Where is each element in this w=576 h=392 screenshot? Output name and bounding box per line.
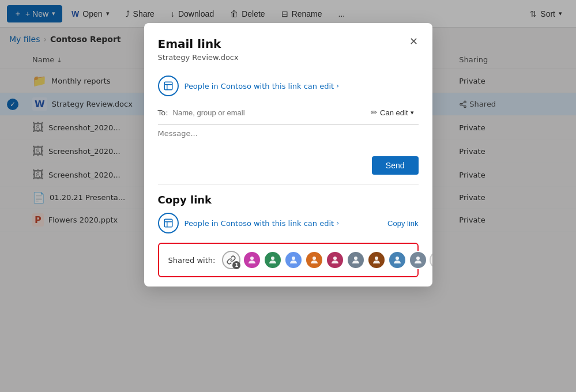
shared-with-bar: Shared with: 1 [158, 243, 419, 277]
copy-scope-label: People in Contoso with this link can edi… [185, 219, 334, 228]
avatar [388, 251, 406, 269]
to-input[interactable] [173, 108, 367, 117]
svg-point-15 [416, 257, 420, 260]
avatar [243, 251, 261, 269]
svg-rect-5 [164, 82, 172, 90]
pencil-icon: ✏ [371, 108, 378, 117]
chevron-right-icon: › [336, 219, 339, 227]
avatar [263, 251, 282, 269]
avatar-list: 1 [222, 251, 432, 269]
link-scope-icon [158, 76, 179, 96]
link-badge: 1 [232, 261, 240, 269]
shared-with-label: Shared with: [168, 256, 216, 265]
more-avatars-button[interactable]: ··· [430, 251, 432, 269]
email-form: To: ✏ Can edit ▾ Send [144, 105, 432, 184]
to-label: To: [158, 108, 168, 117]
svg-point-7 [250, 257, 254, 260]
link-scope-row: People in Contoso with this link can edi… [158, 71, 419, 105]
svg-rect-6 [164, 219, 172, 227]
copy-link-scope-icon [158, 213, 179, 233]
can-edit-button[interactable]: ✏ Can edit ▾ [366, 105, 418, 119]
link-scope-text[interactable]: People in Contoso with this link can edi… [185, 82, 339, 91]
can-edit-label: Can edit [380, 108, 408, 117]
avatar [347, 251, 365, 269]
to-row: To: ✏ Can edit ▾ [158, 105, 419, 125]
avatar [305, 251, 323, 269]
svg-point-12 [354, 257, 357, 260]
send-row: Send [158, 152, 419, 175]
link-scope-label: People in Contoso with this link can edi… [185, 82, 334, 91]
email-link-section: Email link Strategy Review.docx ✕ People… [144, 23, 432, 105]
copy-link-section: Copy link People in Contoso with this li… [144, 184, 432, 243]
link-avatar-icon: 1 [222, 251, 240, 269]
copy-row: People in Contoso with this link can edi… [158, 213, 419, 233]
modal-subtitle: Strategy Review.docx [158, 53, 419, 62]
modal-close-button[interactable]: ✕ [405, 32, 423, 51]
copy-scope-text[interactable]: People in Contoso with this link can edi… [185, 219, 339, 228]
chevron-down-icon: ▾ [411, 109, 414, 116]
svg-point-14 [396, 257, 399, 260]
send-button[interactable]: Send [372, 156, 419, 175]
share-modal: Email link Strategy Review.docx ✕ People… [144, 23, 432, 287]
copy-link-button[interactable]: Copy link [387, 219, 418, 228]
svg-point-10 [313, 257, 316, 260]
message-input[interactable] [158, 129, 419, 150]
modal-overlay: Email link Strategy Review.docx ✕ People… [0, 0, 576, 392]
avatar [284, 251, 303, 269]
avatar [326, 251, 344, 269]
svg-point-8 [271, 257, 274, 260]
svg-point-9 [292, 257, 295, 260]
modal-title: Email link [158, 37, 419, 51]
svg-point-11 [333, 257, 337, 260]
avatar [409, 251, 427, 269]
svg-point-13 [375, 257, 378, 260]
content-area: My files › Contoso Report Name ↓ file si… [0, 28, 576, 392]
avatar [367, 251, 386, 269]
copy-link-title: Copy link [158, 194, 419, 206]
copy-link-scope: People in Contoso with this link can edi… [158, 213, 339, 233]
chevron-right-icon: › [336, 82, 339, 90]
